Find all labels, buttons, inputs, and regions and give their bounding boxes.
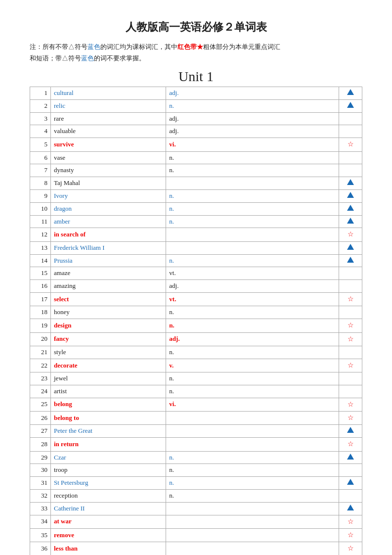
row-word: survive	[51, 138, 166, 151]
row-number: 26	[30, 412, 51, 425]
row-number: 31	[30, 477, 51, 490]
table-row: 31St Petersburgn.	[30, 477, 362, 490]
row-word: Peter the Great	[51, 425, 166, 438]
table-row: 36less than☆	[30, 542, 362, 555]
triangle-icon	[347, 89, 354, 95]
row-pos: n.	[166, 189, 339, 202]
row-pos: n.	[166, 451, 339, 464]
row-pos: n.	[166, 151, 339, 164]
row-number: 23	[30, 372, 51, 385]
note-blue1: 蓝色	[87, 44, 100, 50]
row-number: 20	[30, 332, 51, 346]
row-word: at war	[51, 515, 166, 528]
table-row: 11ambern.	[30, 215, 362, 228]
row-symbol	[339, 202, 362, 215]
row-number: 12	[30, 228, 51, 241]
row-number: 27	[30, 425, 51, 438]
row-number: 25	[30, 398, 51, 411]
row-word: amber	[51, 215, 166, 228]
star-icon: ☆	[348, 231, 354, 238]
row-word: Taj Mahal	[51, 177, 166, 190]
table-row: 27Peter the Great	[30, 425, 362, 438]
row-pos: n.	[166, 215, 339, 228]
row-symbol	[339, 502, 362, 515]
row-pos	[166, 438, 339, 451]
row-symbol	[339, 112, 362, 125]
page-title: 人教版高一英语必修２单词表	[30, 20, 362, 35]
row-symbol	[339, 425, 362, 438]
row-number: 14	[30, 254, 51, 267]
row-pos	[166, 529, 339, 542]
row-number: 13	[30, 241, 51, 254]
table-row: 20fancyadj.☆	[30, 332, 362, 346]
table-row: 3rareadj.	[30, 112, 362, 125]
row-symbol	[339, 280, 362, 293]
triangle-icon	[347, 244, 354, 250]
row-word: amaze	[51, 267, 166, 280]
row-pos: adj.	[166, 280, 339, 293]
row-word: amazing	[51, 280, 166, 293]
row-number: 34	[30, 515, 51, 528]
triangle-icon	[347, 192, 354, 198]
row-symbol	[339, 464, 362, 477]
table-row: 22decoratev.☆	[30, 359, 362, 372]
table-row: 16amazingadj.	[30, 280, 362, 293]
row-pos: n.	[166, 99, 339, 112]
row-symbol: ☆	[339, 319, 362, 332]
row-number: 22	[30, 359, 51, 372]
triangle-icon	[347, 102, 354, 108]
row-number: 11	[30, 215, 51, 228]
row-word: in search of	[51, 228, 166, 241]
table-row: 14Prussian.	[30, 254, 362, 267]
row-symbol: ☆	[339, 228, 362, 241]
row-symbol: ☆	[339, 515, 362, 528]
star-icon: ☆	[348, 518, 354, 525]
table-row: 21stylen.	[30, 346, 362, 359]
row-number: 2	[30, 99, 51, 112]
star-icon: ☆	[348, 414, 354, 421]
row-word: select	[51, 292, 166, 306]
row-symbol: ☆	[339, 412, 362, 425]
table-row: 25belongvi.☆	[30, 398, 362, 411]
row-pos: n.	[166, 372, 339, 385]
row-number: 3	[30, 112, 51, 125]
star-icon: ☆	[348, 440, 354, 448]
table-row: 18honeyn.	[30, 306, 362, 319]
star-icon: ☆	[348, 335, 354, 343]
row-word: dynasty	[51, 164, 166, 177]
row-number: 15	[30, 267, 51, 280]
star-icon: ☆	[348, 295, 354, 303]
row-number: 9	[30, 189, 51, 202]
row-number: 19	[30, 319, 51, 332]
row-pos	[166, 177, 339, 190]
row-number: 16	[30, 280, 51, 293]
row-symbol: ☆	[339, 138, 362, 151]
row-word: reception	[51, 490, 166, 503]
row-number: 17	[30, 292, 51, 306]
row-pos: n.	[166, 385, 339, 398]
row-pos	[166, 542, 339, 555]
row-word: rare	[51, 112, 166, 125]
unit-title: Unit 1	[30, 69, 362, 85]
row-word: dragon	[51, 202, 166, 215]
row-number: 1	[30, 87, 51, 100]
row-pos: v.	[166, 359, 339, 372]
table-row: 35remove☆	[30, 529, 362, 542]
row-symbol	[339, 151, 362, 164]
triangle-icon	[347, 479, 354, 485]
row-word: belong	[51, 398, 166, 411]
row-word: decorate	[51, 359, 166, 372]
table-row: 9Ivoryn.	[30, 189, 362, 202]
row-pos	[166, 412, 339, 425]
row-pos: n.	[166, 164, 339, 177]
table-row: 12in search of☆	[30, 228, 362, 241]
triangle-icon	[347, 179, 354, 185]
table-row: 29Czarn.	[30, 451, 362, 464]
row-number: 18	[30, 306, 51, 319]
star-icon: ☆	[348, 362, 354, 369]
row-symbol	[339, 451, 362, 464]
note-line2: 和短语；带△符号	[30, 55, 81, 62]
row-pos: vi.	[166, 138, 339, 151]
row-pos: adj.	[166, 125, 339, 138]
triangle-icon	[347, 454, 354, 460]
